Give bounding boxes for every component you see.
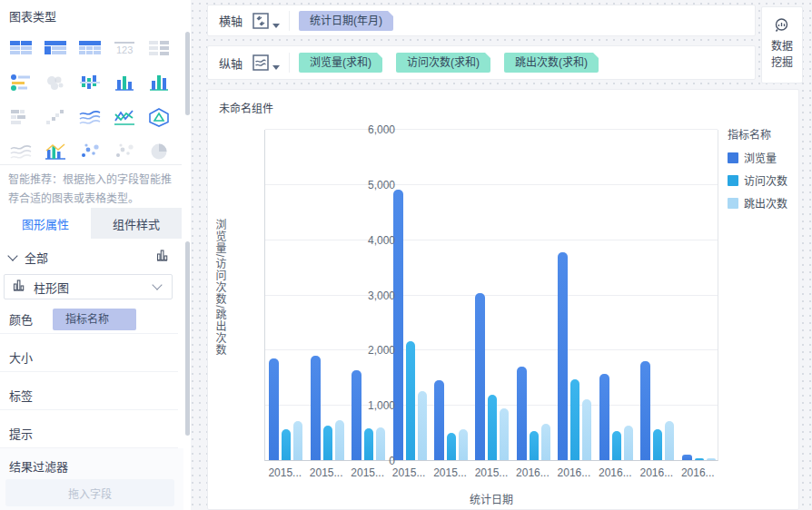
bar-浏览量[interactable]: [269, 358, 279, 460]
kpi-number-icon[interactable]: 123: [107, 31, 142, 65]
measure-field-chip[interactable]: 访问次数(求和): [396, 53, 490, 73]
bar-浏览量[interactable]: [682, 455, 692, 460]
step-scatter-icon[interactable]: [38, 100, 73, 134]
svg-text:123: 123: [116, 44, 133, 55]
tab-component-style[interactable]: 组件样式: [91, 208, 182, 239]
y-axis-tick-label: 4,000: [350, 234, 395, 247]
measure-field-chip[interactable]: 跳出次数(求和): [504, 53, 599, 73]
line-chart-icon[interactable]: [107, 100, 142, 134]
bar-访问次数[interactable]: [570, 379, 579, 460]
bar-访问次数[interactable]: [447, 433, 456, 460]
bar-跳出次数[interactable]: [418, 391, 427, 460]
color-field-chip[interactable]: 指标名称: [53, 309, 136, 330]
x-axis-tick-label: 2015...: [388, 466, 429, 479]
dashboard-canvas: 图表类型 123 智能推荐：根据拖入的字段智能推荐合适的图表或表格类型。 图形属…: [0, 0, 812, 510]
horizontal-axis-shelf[interactable]: 横轴 统计日期(年月): [207, 5, 756, 36]
chart-type-select-value: 柱形图: [34, 279, 153, 296]
bar-浏览量[interactable]: [475, 293, 485, 460]
bar-跳出次数[interactable]: [541, 424, 550, 460]
bar-浏览量[interactable]: [352, 370, 361, 460]
legend-item-跳出次数[interactable]: 跳出次数: [728, 195, 787, 211]
property-row[interactable]: 提示: [0, 419, 178, 448]
result-filter-title: 结果过滤器: [0, 448, 191, 475]
result-filter-section: 结果过滤器 拖入字段: [0, 448, 191, 510]
bar-跳出次数[interactable]: [665, 421, 674, 460]
bar-访问次数[interactable]: [695, 458, 704, 460]
data-mining-label-2: 挖掘: [771, 54, 793, 71]
data-mining-label-1: 数据: [771, 38, 793, 54]
stacked-column-icon[interactable]: [73, 65, 107, 100]
column-chart-icon[interactable]: [142, 65, 176, 100]
bar-访问次数[interactable]: [612, 431, 621, 460]
caret-down-icon: [272, 24, 280, 28]
bar-访问次数[interactable]: [530, 431, 539, 460]
x-axis-tick-labels: 2015...2015...2015...2015...2015...2015.…: [264, 466, 718, 479]
shelf-divider: [289, 11, 290, 31]
bar-浏览量[interactable]: [558, 252, 568, 460]
bar-浏览量[interactable]: [599, 374, 609, 460]
area-wave-icon[interactable]: [73, 100, 107, 134]
bar-跳出次数[interactable]: [293, 421, 302, 460]
detail-table-icon[interactable]: [73, 31, 107, 65]
legend-title: 指标名称: [728, 126, 787, 142]
polar-chart-icon[interactable]: [142, 100, 176, 134]
bar-访问次数[interactable]: [323, 426, 332, 460]
x-axis-tick-label: 2016...: [678, 466, 718, 479]
dimension-field-chip[interactable]: 统计日期(年月): [299, 11, 393, 31]
legend-item-浏览量[interactable]: 浏览量: [728, 150, 787, 165]
group-all-label: 全部: [25, 249, 155, 266]
property-label: 提示: [9, 425, 53, 442]
progress-dashboard-icon[interactable]: [4, 65, 38, 100]
grouped-table-icon[interactable]: [38, 31, 73, 65]
group-all-row[interactable]: 全部: [0, 243, 178, 270]
bar-跳出次数[interactable]: [459, 429, 468, 460]
property-row[interactable]: 大小: [0, 343, 178, 372]
bar-访问次数[interactable]: [282, 429, 291, 460]
chart-type-select[interactable]: 柱形图: [4, 274, 173, 299]
scrollbar-thumb-bottom[interactable]: [185, 241, 190, 436]
bar-跳出次数[interactable]: [335, 420, 344, 460]
bar-group: [596, 130, 637, 460]
vertical-axis-shelf[interactable]: 纵轴 浏览量(求和)访问次数(求和)跳出次数(求和): [207, 45, 756, 80]
bar-浏览量[interactable]: [393, 190, 403, 460]
dimension-axis-icon[interactable]: [252, 12, 280, 30]
legend-swatch: [728, 198, 738, 209]
tab-graph-properties[interactable]: 图形属性: [0, 208, 91, 239]
measure-axis-icon[interactable]: [252, 54, 280, 72]
scrollbar-thumb-top[interactable]: [185, 32, 190, 115]
bar-跳出次数[interactable]: [624, 426, 633, 460]
x-axis-tick-label: 2016...: [636, 466, 677, 479]
bar-浏览量[interactable]: [640, 361, 650, 460]
grouped-column-icon[interactable]: [107, 65, 142, 100]
data-mining-button[interactable]: 数据 挖掘: [761, 6, 803, 83]
chart-legend: 指标名称 浏览量访问次数跳出次数: [728, 126, 787, 218]
bar-访问次数[interactable]: [488, 395, 497, 460]
number-table-icon[interactable]: [142, 31, 176, 65]
bar-跳出次数[interactable]: [500, 408, 509, 460]
bar-跳出次数[interactable]: [582, 399, 591, 460]
property-row[interactable]: 颜色 指标名称: [0, 305, 178, 334]
property-row[interactable]: 标签: [0, 381, 178, 410]
legend-item-访问次数[interactable]: 访问次数: [728, 172, 787, 188]
smart-recommend-hint: 智能推荐：根据拖入的字段智能推荐合适的图表或表格类型。: [8, 171, 179, 209]
y-axis-tick-label: 0: [350, 455, 395, 467]
bar-访问次数[interactable]: [653, 429, 662, 460]
x-axis-tick-label: 2015...: [347, 466, 388, 479]
bar-跳出次数[interactable]: [707, 458, 716, 460]
bar-访问次数[interactable]: [406, 341, 415, 460]
chevron-down-icon: [7, 250, 17, 260]
bar-浏览量[interactable]: [517, 367, 527, 460]
x-axis-tick-label: 2015...: [470, 466, 511, 479]
bar-浏览量[interactable]: [434, 380, 444, 460]
measure-field-chip[interactable]: 浏览量(求和): [299, 53, 382, 73]
bar-浏览量[interactable]: [311, 356, 321, 460]
property-label: 大小: [9, 348, 53, 366]
chart-widget-card: 未命名组件 浏览量/访问次数/跳出次数 2015...2015...2015..…: [207, 89, 799, 510]
bar-group: [389, 130, 430, 460]
field-dropzone[interactable]: 拖入字段: [5, 479, 174, 506]
word-cloud-icon[interactable]: [38, 65, 73, 100]
cross-table-icon[interactable]: [4, 31, 38, 65]
legend-label: 浏览量: [744, 150, 777, 165]
bar-chart-icon[interactable]: [4, 100, 38, 134]
property-rows: 颜色 指标名称 大小 标签 提示: [0, 305, 178, 457]
